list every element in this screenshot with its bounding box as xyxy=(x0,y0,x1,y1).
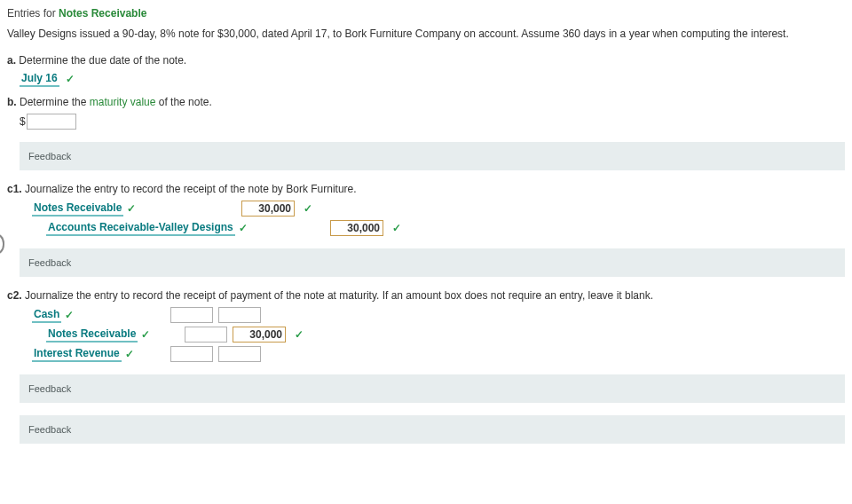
section-c2-text: Journalize the entry to record the recei… xyxy=(25,289,653,302)
journal-c2-table: Cash✓ Notes Receivable✓ ✓ Interest Reven… xyxy=(32,307,845,362)
check-icon: ✓ xyxy=(65,309,74,321)
page-title: Entries for Notes Receivable xyxy=(7,7,845,20)
date-answer-link[interactable]: July 16 xyxy=(20,72,59,87)
account-notes-receivable[interactable]: Notes Receivable xyxy=(46,327,138,343)
section-c2-label: c2. xyxy=(7,289,22,302)
credit-input[interactable] xyxy=(218,307,261,323)
section-a: a. Determine the due date of the note. xyxy=(7,54,845,67)
journal-c1-row-1: Notes Receivable✓ ✓ xyxy=(32,201,845,217)
check-icon: ✓ xyxy=(304,202,312,215)
feedback-bar-2[interactable]: Feedback xyxy=(20,248,845,277)
title-highlight: Notes Receivable xyxy=(59,7,146,20)
maturity-value-input[interactable] xyxy=(27,114,76,130)
feedback-bar-3[interactable]: Feedback xyxy=(20,374,845,403)
section-a-label: a. xyxy=(7,54,16,67)
journal-c2-row-3: Interest Revenue✓ xyxy=(32,346,845,362)
maturity-value-term[interactable]: maturity value xyxy=(90,96,156,108)
section-c1: c1. Journalize the entry to record the r… xyxy=(7,183,845,195)
check-icon: ✓ xyxy=(295,328,304,341)
debit-input[interactable] xyxy=(241,201,295,217)
section-b: b. Determine the maturity value of the n… xyxy=(7,96,845,108)
account-interest-revenue[interactable]: Interest Revenue xyxy=(32,347,122,362)
title-prefix: Entries for xyxy=(7,7,59,20)
account-cash[interactable]: Cash xyxy=(32,308,61,323)
section-b-text-pre: Determine the xyxy=(20,96,90,108)
debit-input[interactable] xyxy=(185,327,227,343)
dollar-sign: $ xyxy=(20,115,26,128)
credit-input[interactable] xyxy=(218,346,261,362)
section-b-label: b. xyxy=(7,96,17,108)
section-b-text-post: of the note. xyxy=(155,96,211,108)
credit-input[interactable] xyxy=(330,220,383,236)
debit-input[interactable] xyxy=(170,346,213,362)
debit-input[interactable] xyxy=(170,307,213,323)
section-c1-label: c1. xyxy=(7,183,22,195)
decorative-circle xyxy=(0,232,4,256)
check-icon: ✓ xyxy=(392,222,401,234)
journal-c1-row-2: Accounts Receivable-Valley Designs✓ ✓ xyxy=(32,220,845,236)
check-icon: ✓ xyxy=(239,222,248,234)
account-notes-receivable[interactable]: Notes Receivable xyxy=(32,201,123,217)
journal-c2-row-1: Cash✓ xyxy=(32,307,845,323)
check-icon: ✓ xyxy=(66,73,75,85)
check-icon: ✓ xyxy=(127,202,136,215)
check-icon: ✓ xyxy=(141,328,150,341)
account-ar-valley[interactable]: Accounts Receivable-Valley Designs xyxy=(46,221,235,236)
feedback-bar-4[interactable]: Feedback xyxy=(20,415,845,444)
check-icon: ✓ xyxy=(125,348,134,360)
journal-c2-row-2: Notes Receivable✓ ✓ xyxy=(32,327,845,343)
credit-input[interactable] xyxy=(233,327,286,343)
section-a-text: Determine the due date of the note. xyxy=(19,54,186,67)
section-c2: c2. Journalize the entry to record the r… xyxy=(7,289,845,302)
problem-statement: Valley Designs issued a 90-day, 8% note … xyxy=(7,27,845,42)
feedback-bar-1[interactable]: Feedback xyxy=(20,142,845,170)
section-c1-text: Journalize the entry to record the recei… xyxy=(25,183,357,195)
